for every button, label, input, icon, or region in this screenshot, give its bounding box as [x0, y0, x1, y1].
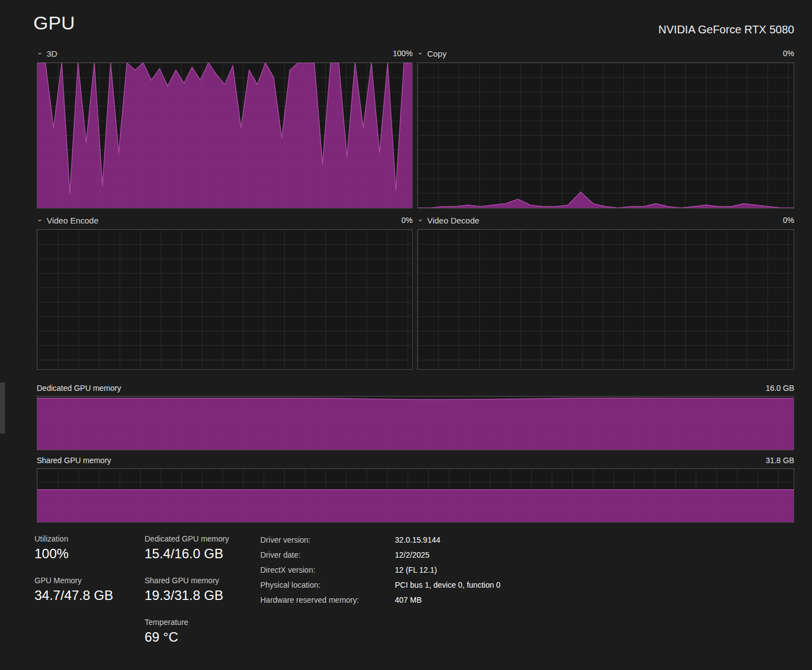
stat-dedicated-memory: Dedicated GPU memory 15.4/16.0 GB: [145, 534, 259, 562]
stat-label: Temperature: [145, 617, 259, 627]
stat-value: 100%: [34, 545, 140, 562]
chart-scale-video-encode: 0%: [402, 216, 413, 225]
dedicated-memory-header: Dedicated GPU memory 16.0 GB: [37, 383, 794, 394]
driver-info-value: 407 MB: [395, 595, 650, 606]
driver-info: Driver version: 32.0.15.9144 Driver date…: [260, 535, 650, 606]
driver-info-label: Physical location:: [260, 580, 395, 590]
chart-title-video-decode: Video Decode: [427, 216, 479, 225]
chart-shared-memory[interactable]: [37, 468, 794, 523]
chart-title-copy: Copy: [427, 49, 447, 58]
chart-scale-copy: 0%: [783, 49, 794, 58]
stat-label: Shared GPU memory: [145, 575, 259, 585]
driver-info-value: 12 (FL 12.1): [395, 565, 650, 575]
driver-info-value: PCI bus 1, device 0, function 0: [395, 580, 650, 590]
stat-value: 69 °C: [145, 629, 259, 646]
shared-memory-label: Shared GPU memory: [37, 456, 111, 465]
driver-info-value: 32.0.15.9144: [395, 535, 650, 545]
stat-value: 15.4/16.0 GB: [145, 545, 259, 562]
chevron-down-icon: ⌄: [37, 49, 43, 55]
driver-info-label: Hardware reserved memory:: [260, 595, 395, 606]
chart-dedicated-memory[interactable]: [37, 396, 794, 450]
stats-column-1: Utilization 100% GPU Memory 34.7/47.8 GB: [34, 534, 140, 617]
dedicated-memory-scale: 16.0 GB: [766, 384, 794, 393]
stat-temperature: Temperature 69 °C: [145, 617, 259, 646]
page-title: GPU: [33, 12, 75, 34]
stat-label: GPU Memory: [34, 575, 140, 585]
driver-info-label: DirectX version:: [260, 565, 395, 575]
chart-header-copy[interactable]: ⌄ Copy 0%: [417, 48, 794, 59]
stat-label: Dedicated GPU memory: [145, 534, 259, 544]
driver-info-label: Driver date:: [260, 550, 395, 560]
stat-shared-memory: Shared GPU memory 19.3/31.8 GB: [145, 575, 259, 604]
chart-title-video-encode: Video Encode: [47, 216, 98, 225]
dedicated-memory-label: Dedicated GPU memory: [37, 384, 121, 393]
gpu-name: NVIDIA GeForce RTX 5080: [417, 23, 794, 36]
shared-memory-scale: 31.8 GB: [766, 456, 794, 465]
chart-copy[interactable]: [417, 62, 794, 209]
chart-header-3d[interactable]: ⌄ 3D 100%: [37, 48, 413, 59]
chart-scale-3d: 100%: [393, 49, 413, 58]
chart-header-video-encode[interactable]: ⌄ Video Encode 0%: [37, 215, 413, 226]
stat-utilization: Utilization 100%: [34, 534, 140, 562]
chart-video-decode[interactable]: [417, 229, 794, 370]
chart-scale-video-decode: 0%: [783, 216, 794, 225]
chevron-down-icon: ⌄: [37, 216, 43, 222]
stat-value: 19.3/31.8 GB: [145, 587, 259, 604]
shared-memory-header: Shared GPU memory 31.8 GB: [37, 455, 794, 466]
chart-3d[interactable]: [37, 62, 413, 209]
stat-gpu-memory: GPU Memory 34.7/47.8 GB: [34, 575, 140, 604]
stat-value: 34.7/47.8 GB: [34, 587, 140, 604]
scrollbar-thumb[interactable]: [0, 383, 5, 434]
stats-column-2: Dedicated GPU memory 15.4/16.0 GB Shared…: [145, 534, 259, 659]
chevron-down-icon: ⌄: [417, 49, 423, 55]
chart-header-video-decode[interactable]: ⌄ Video Decode 0%: [417, 215, 794, 226]
stat-label: Utilization: [34, 534, 140, 544]
chart-title-3d: 3D: [47, 49, 57, 58]
driver-info-label: Driver version:: [260, 535, 395, 545]
chevron-down-icon: ⌄: [417, 216, 423, 222]
driver-info-value: 12/2/2025: [395, 550, 650, 560]
chart-video-encode[interactable]: [37, 229, 413, 370]
